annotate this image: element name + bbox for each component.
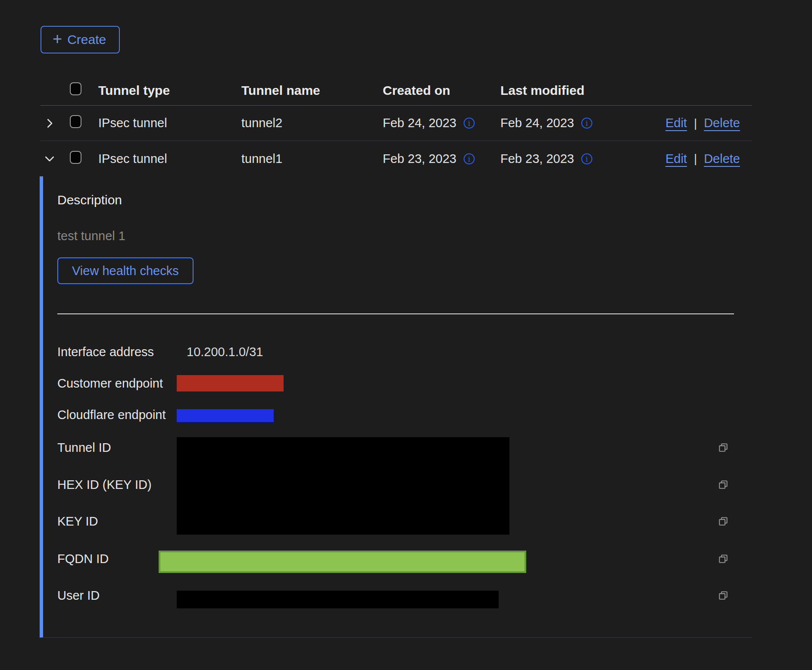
view-health-checks-button[interactable]: View health checks xyxy=(57,257,194,284)
delete-link[interactable]: Delete xyxy=(704,116,740,130)
copy-icon xyxy=(717,553,729,565)
interface-address-value: 10.200.1.0/31 xyxy=(187,345,263,358)
action-separator: | xyxy=(694,152,697,166)
interface-address-label: Interface address xyxy=(57,345,154,358)
created-on-cell: Feb 24, 2023 xyxy=(383,116,456,130)
table-row: IPsec tunnel tunnel1 Feb 23, 2023 i Feb … xyxy=(41,141,752,176)
tunnel-id-label: Tunnel ID xyxy=(57,441,111,454)
collapse-row-button[interactable] xyxy=(42,151,57,166)
select-all-checkbox[interactable] xyxy=(70,82,81,95)
svg-text:i: i xyxy=(468,154,471,163)
info-icon[interactable]: i xyxy=(463,117,475,129)
detail-divider xyxy=(57,313,734,314)
info-icon[interactable]: i xyxy=(581,153,593,165)
copy-user-id-button[interactable] xyxy=(716,589,730,602)
ids-redacted-value xyxy=(177,437,509,535)
info-icon[interactable]: i xyxy=(463,153,475,165)
row-checkbox[interactable] xyxy=(70,151,81,164)
copy-icon xyxy=(717,589,729,601)
chevron-down-icon xyxy=(43,152,56,165)
header-checkbox-cell xyxy=(58,82,98,98)
copy-tunnel-id-button[interactable] xyxy=(716,441,730,454)
copy-icon xyxy=(717,441,729,454)
svg-text:i: i xyxy=(586,154,588,163)
header-tunnel-name: Tunnel name xyxy=(241,83,383,98)
delete-link[interactable]: Delete xyxy=(704,152,740,166)
expand-row-button[interactable] xyxy=(42,116,57,131)
tunnel-type-cell: IPsec tunnel xyxy=(98,152,241,166)
last-modified-cell: Feb 24, 2023 xyxy=(500,116,574,130)
tunnel-detail-panel: Description test tunnel 1 View health ch… xyxy=(40,176,752,638)
header-last-modified: Last modified xyxy=(500,83,625,98)
copy-icon xyxy=(717,479,729,491)
header-tunnel-type: Tunnel type xyxy=(98,83,241,98)
tunnel-name-cell: tunnel1 xyxy=(241,152,383,166)
description-label: Description xyxy=(57,193,122,207)
description-value: test tunnel 1 xyxy=(57,229,125,243)
copy-icon xyxy=(717,515,729,527)
customer-endpoint-redacted-value xyxy=(177,375,284,391)
fqdn-id-label: FQDN ID xyxy=(57,552,109,565)
fqdn-id-redacted-value xyxy=(159,551,526,573)
action-separator: | xyxy=(694,116,697,130)
copy-fqdn-id-button[interactable] xyxy=(716,552,730,566)
tunnels-page: + Create Tunnel type Tunnel name Created… xyxy=(0,0,812,670)
create-button-label: Create xyxy=(67,32,106,47)
created-on-cell: Feb 23, 2023 xyxy=(383,152,456,166)
last-modified-cell: Feb 23, 2023 xyxy=(500,152,574,166)
cloudflare-endpoint-redacted-value xyxy=(177,409,274,422)
tunnel-type-cell: IPsec tunnel xyxy=(98,116,241,130)
tunnel-table: Tunnel type Tunnel name Created on Last … xyxy=(41,75,752,638)
table-header-row: Tunnel type Tunnel name Created on Last … xyxy=(41,75,752,106)
edit-link[interactable]: Edit xyxy=(665,152,687,166)
user-id-redacted-value xyxy=(177,591,499,608)
header-created-on: Created on xyxy=(383,83,500,98)
key-id-label: KEY ID xyxy=(57,515,98,528)
edit-link[interactable]: Edit xyxy=(665,116,687,130)
info-icon[interactable]: i xyxy=(581,117,593,129)
copy-key-id-button[interactable] xyxy=(716,514,730,528)
plus-icon: + xyxy=(53,31,62,47)
tunnel-name-cell: tunnel2 xyxy=(241,116,383,130)
user-id-label: User ID xyxy=(57,589,100,602)
create-button[interactable]: + Create xyxy=(41,26,120,53)
table-row: IPsec tunnel tunnel2 Feb 24, 2023 i Feb … xyxy=(41,106,752,141)
tunnel-detail-fields: Interface address 10.200.1.0/31 Customer… xyxy=(43,319,752,638)
customer-endpoint-label: Customer endpoint xyxy=(57,377,163,390)
svg-text:i: i xyxy=(468,119,471,128)
cloudflare-endpoint-label: Cloudflare endpoint xyxy=(57,408,166,421)
copy-hex-id-button[interactable] xyxy=(716,478,730,492)
chevron-right-icon xyxy=(43,117,56,130)
svg-text:i: i xyxy=(586,119,588,128)
row-checkbox[interactable] xyxy=(70,115,81,128)
hex-id-label: HEX ID (KEY ID) xyxy=(57,478,152,491)
